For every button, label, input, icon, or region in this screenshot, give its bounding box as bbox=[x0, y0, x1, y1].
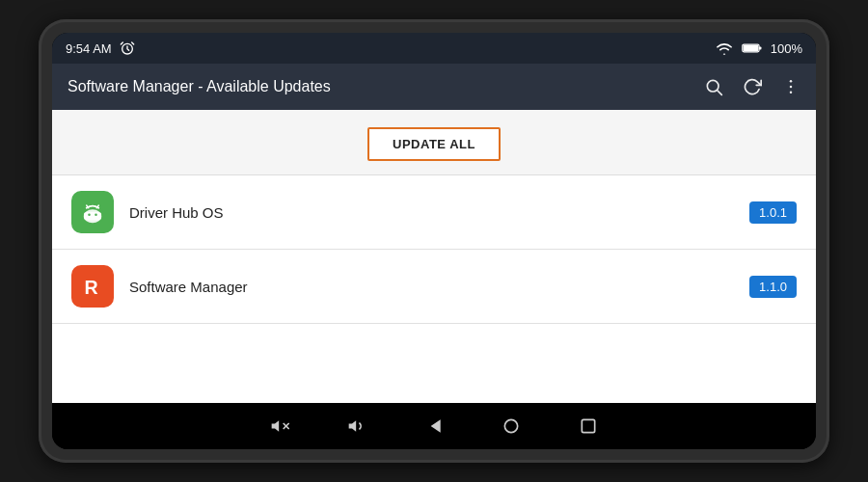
status-left: 9:54 AM bbox=[66, 40, 135, 56]
svg-rect-2 bbox=[759, 46, 761, 49]
toolbar-icons bbox=[704, 77, 800, 96]
wifi-icon bbox=[715, 40, 734, 56]
more-icon[interactable] bbox=[781, 77, 800, 96]
main-content: UPDATE ALL bbox=[52, 110, 816, 403]
version-badge-driver-hub: 1.0.1 bbox=[749, 201, 797, 224]
tablet-device: 9:54 AM bbox=[39, 19, 829, 463]
svg-marker-20 bbox=[431, 419, 441, 432]
list-item: Driver Hub OS 1.0.1 bbox=[52, 175, 816, 250]
toolbar-title: Software Manager - Available Updates bbox=[68, 78, 331, 95]
svg-rect-10 bbox=[84, 212, 101, 220]
toolbar: Software Manager - Available Updates bbox=[52, 64, 816, 110]
version-badge-software-manager: 1.1.0 bbox=[749, 276, 797, 298]
app-name-software-manager: Software Manager bbox=[129, 279, 734, 295]
volume-off-icon[interactable] bbox=[270, 416, 289, 436]
recents-icon[interactable] bbox=[579, 416, 598, 436]
svg-marker-19 bbox=[349, 420, 357, 432]
battery-icon bbox=[742, 41, 763, 55]
search-icon[interactable] bbox=[704, 77, 723, 96]
list-item: R Software Manager 1.1.0 bbox=[52, 250, 816, 324]
tablet-screen: 9:54 AM bbox=[52, 33, 816, 449]
svg-point-11 bbox=[88, 214, 91, 217]
refresh-icon[interactable] bbox=[743, 77, 762, 96]
app-icon-driver-hub bbox=[71, 191, 114, 233]
home-icon[interactable] bbox=[502, 416, 521, 436]
nav-bar bbox=[52, 403, 816, 449]
svg-marker-16 bbox=[272, 420, 280, 432]
android-icon bbox=[79, 199, 106, 226]
svg-point-7 bbox=[790, 86, 793, 89]
time-display: 9:54 AM bbox=[66, 41, 112, 56]
alarm-icon bbox=[120, 40, 135, 56]
volume-low-icon[interactable] bbox=[347, 416, 366, 436]
svg-point-21 bbox=[504, 419, 517, 432]
svg-text:R: R bbox=[85, 277, 98, 298]
battery-percent: 100% bbox=[771, 41, 802, 56]
svg-line-5 bbox=[718, 91, 722, 95]
update-all-row: UPDATE ALL bbox=[52, 110, 816, 174]
update-all-button[interactable]: UPDATE ALL bbox=[367, 127, 501, 161]
svg-point-12 bbox=[95, 214, 97, 217]
r-logo-icon: R bbox=[79, 273, 106, 300]
app-name-driver-hub: Driver Hub OS bbox=[129, 204, 734, 221]
app-icon-software-manager: R bbox=[71, 265, 114, 308]
back-icon[interactable] bbox=[424, 416, 444, 436]
svg-point-8 bbox=[790, 92, 793, 94]
app-list: Driver Hub OS 1.0.1 R Software Manager 1… bbox=[52, 174, 816, 403]
status-bar: 9:54 AM bbox=[52, 33, 816, 64]
svg-point-6 bbox=[790, 80, 793, 83]
svg-rect-3 bbox=[743, 45, 758, 51]
svg-rect-22 bbox=[582, 419, 594, 432]
status-right: 100% bbox=[715, 40, 802, 56]
